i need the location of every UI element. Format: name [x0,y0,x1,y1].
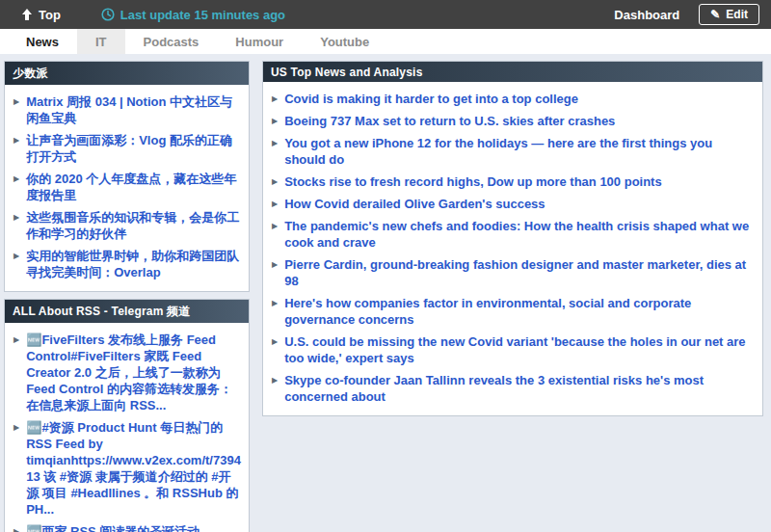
last-update-label: Last update 15 minutes ago [120,8,285,22]
article-link[interactable]: 你的 2020 个人年度盘点，藏在这些年度报告里 [26,171,241,203]
triangle-right-icon[interactable] [268,218,278,234]
triangle-right-icon[interactable] [10,248,19,264]
tab-podcasts[interactable]: Podcasts [125,29,218,54]
article-link[interactable]: Skype co-founder Jaan Tallinn reveals th… [284,372,755,405]
dashboard-content: 少数派 Matrix 周报 034 | Notion 中文社区与闲鱼宝典 让声音… [0,54,771,532]
article-link[interactable]: 🆕两家 RSS 阅读器的圣诞活动 ◆#Android #RSS阅读器 #APP … [26,523,241,532]
feed-item: 你的 2020 个人年度盘点，藏在这些年度报告里 [10,168,241,206]
edit-button[interactable]: ✎ Edit [699,4,759,25]
feed-item: You got a new iPhone 12 for the holidays… [268,132,755,171]
right-column: US Top News and Analysis Covid is making… [262,61,763,416]
dashboard-link[interactable]: Dashboard [614,8,679,22]
article-link[interactable]: 这些氛围音乐的知识和专辑，会是你工作和学习的好伙伴 [26,209,241,242]
clock-icon [101,8,115,21]
triangle-right-icon[interactable] [268,295,278,311]
triangle-right-icon[interactable] [268,173,278,190]
up-arrow-icon [21,9,33,20]
triangle-right-icon[interactable] [268,256,278,273]
pencil-icon: ✎ [710,9,720,20]
article-link[interactable]: Boeing 737 Max set to return to U.S. ski… [284,113,615,129]
feed-item: Pierre Cardin, ground-breaking fashion d… [268,253,755,292]
top-bar: Top Last update 15 minutes ago Dashboard… [0,0,771,29]
tab-youtube[interactable]: Youtube [302,29,387,54]
tab-news[interactable]: News [8,29,77,54]
feed-item: Boeing 737 Max set to return to U.S. ski… [268,110,755,132]
triangle-right-icon[interactable] [268,113,278,129]
triangle-right-icon[interactable] [268,372,278,388]
panel-title: 少数派 [5,62,249,85]
article-link[interactable]: Stocks rise to fresh record highs, Dow u… [284,173,662,190]
article-link[interactable]: Covid is making it harder to get into a … [284,91,578,107]
feed-panel-shaoshupai: 少数派 Matrix 周报 034 | Notion 中文社区与闲鱼宝典 让声音… [4,61,250,292]
article-link[interactable]: You got a new iPhone 12 for the holidays… [284,135,755,168]
feed-panel-us-top-news: US Top News and Analysis Covid is making… [262,61,763,416]
feed-item: Matrix 周报 034 | Notion 中文社区与闲鱼宝典 [10,91,241,129]
feed-item: 🆕FiveFilters 发布线上服务 Feed Control#FiveFil… [10,329,241,416]
article-link[interactable]: Pierre Cardin, ground-breaking fashion d… [284,256,755,289]
feed-item: 实用的智能世界时钟，助你和跨国团队寻找完美时间：Overlap [10,245,241,283]
category-tab-bar: News IT Podcasts Humour Youtube [0,29,771,54]
last-update-status[interactable]: Last update 15 minutes ago [101,8,285,22]
article-link[interactable]: 🆕#资源 Product Hunt 每日热门的 RSS Feed by timq… [26,419,241,518]
triangle-right-icon[interactable] [10,419,19,436]
scroll-to-top-button[interactable]: Top [21,8,61,22]
article-link[interactable]: Matrix 周报 034 | Notion 中文社区与闲鱼宝典 [26,93,241,126]
article-list: Covid is making it harder to get into a … [263,82,762,415]
feed-item: 这些氛围音乐的知识和专辑，会是你工作和学习的好伙伴 [10,206,241,245]
panel-title: ALL About RSS - Telegram 频道 [5,300,249,323]
feed-item: Stocks rise to fresh record highs, Dow u… [268,171,755,193]
feed-item: Skype co-founder Jaan Tallinn reveals th… [268,369,755,408]
left-column: 少数派 Matrix 周报 034 | Notion 中文社区与闲鱼宝典 让声音… [4,61,250,532]
panel-title: US Top News and Analysis [263,62,762,82]
triangle-right-icon[interactable] [10,523,19,532]
triangle-right-icon[interactable] [268,135,278,151]
feed-item: How Covid derailed Olive Garden's succes… [268,193,755,215]
feed-item: 让声音为画面添彩：Vlog 配乐的正确打开方式 [10,129,241,168]
article-list: Matrix 周报 034 | Notion 中文社区与闲鱼宝典 让声音为画面添… [5,85,249,291]
feed-item: Covid is making it harder to get into a … [268,88,755,110]
triangle-right-icon[interactable] [268,196,278,212]
article-link[interactable]: 实用的智能世界时钟，助你和跨国团队寻找完美时间：Overlap [26,248,241,280]
triangle-right-icon[interactable] [10,93,19,110]
top-label: Top [39,8,61,22]
tab-it[interactable]: IT [77,29,125,54]
feed-item: U.S. could be missing the new Covid vari… [268,331,755,369]
triangle-right-icon[interactable] [10,332,19,348]
triangle-right-icon[interactable] [10,209,19,226]
article-link[interactable]: U.S. could be missing the new Covid vari… [284,333,755,366]
edit-button-label: Edit [726,8,748,21]
feed-item: Here's how companies factor in environme… [268,292,755,331]
triangle-right-icon[interactable] [268,91,278,107]
article-link[interactable]: How Covid derailed Olive Garden's succes… [284,196,545,212]
triangle-right-icon[interactable] [10,132,19,148]
article-link[interactable]: Here's how companies factor in environme… [284,295,755,328]
triangle-right-icon[interactable] [268,333,278,350]
article-link[interactable]: 🆕FiveFilters 发布线上服务 Feed Control#FiveFil… [26,332,241,413]
feed-item: 🆕两家 RSS 阅读器的圣诞活动 ◆#Android #RSS阅读器 #APP … [10,520,241,532]
triangle-right-icon[interactable] [10,171,19,187]
article-link[interactable]: The pandemic's new chefs and foodies: Ho… [284,218,755,251]
tab-humour[interactable]: Humour [217,29,302,54]
feed-panel-all-about-rss: ALL About RSS - Telegram 频道 🆕FiveFilters… [4,299,250,532]
feed-item: The pandemic's new chefs and foodies: Ho… [268,215,755,253]
feed-item: 🆕#资源 Product Hunt 每日热门的 RSS Feed by timq… [10,416,241,520]
topbar-right-group: Dashboard ✎ Edit [614,4,759,25]
article-list: 🆕FiveFilters 发布线上服务 Feed Control#FiveFil… [5,323,249,532]
article-link[interactable]: 让声音为画面添彩：Vlog 配乐的正确打开方式 [26,132,241,165]
